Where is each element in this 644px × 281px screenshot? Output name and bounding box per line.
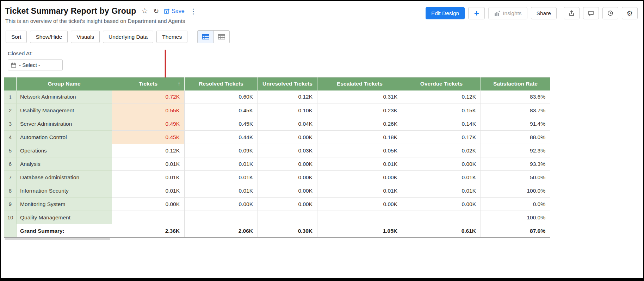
overdue-cell[interactable]: 0.14K bbox=[402, 117, 481, 131]
header-resolved-tickets[interactable]: Resolved Tickets bbox=[185, 77, 258, 90]
export-button[interactable] bbox=[564, 7, 580, 19]
unresolved-cell[interactable]: 0.03K bbox=[258, 144, 317, 157]
overdue-cell[interactable]: 0.12K bbox=[402, 90, 481, 104]
table-row[interactable]: 3Server Administration0.49K0.45K0.04K0.2… bbox=[4, 117, 550, 131]
tickets-cell[interactable]: 0.00K bbox=[112, 198, 185, 211]
overdue-cell[interactable]: 0.15K bbox=[402, 104, 481, 117]
satisfaction-cell[interactable]: 92.3% bbox=[481, 144, 550, 157]
header-unresolved-tickets[interactable]: Unresolved Tickets bbox=[258, 77, 317, 90]
escalated-cell[interactable]: 0.31K bbox=[317, 90, 402, 104]
settings-button[interactable]: ⚙ bbox=[622, 7, 638, 19]
table-row[interactable]: 4Automation Control0.45K0.44K0.00K0.18K0… bbox=[4, 131, 550, 144]
tickets-cell[interactable]: 0.01K bbox=[112, 171, 185, 184]
overdue-cell[interactable]: 0.17K bbox=[402, 131, 481, 144]
visuals-button[interactable]: Visuals bbox=[71, 31, 100, 43]
resolved-cell[interactable]: 0.44K bbox=[185, 131, 258, 144]
group-name-cell[interactable]: Operations bbox=[17, 144, 112, 157]
escalated-cell[interactable]: 0.23K bbox=[317, 104, 402, 117]
plain-table-view-button[interactable] bbox=[213, 31, 229, 43]
comments-button[interactable] bbox=[583, 7, 599, 19]
table-row[interactable]: 8Information Security0.01K0.01K0.00K0.01… bbox=[4, 184, 550, 198]
edit-design-button[interactable]: Edit Design bbox=[426, 7, 465, 19]
table-row[interactable]: 1Network Administration0.72K0.60K0.12K0.… bbox=[4, 90, 550, 104]
group-name-cell[interactable]: Monitoring System bbox=[17, 198, 112, 211]
satisfaction-cell[interactable]: 83.7% bbox=[481, 104, 550, 117]
overdue-cell[interactable]: 0.01K bbox=[402, 171, 481, 184]
group-name-cell[interactable]: Information Security bbox=[17, 184, 112, 198]
satisfaction-cell[interactable]: 91.4% bbox=[481, 117, 550, 131]
show-hide-button[interactable]: Show/Hide bbox=[30, 31, 68, 43]
unresolved-cell[interactable] bbox=[258, 211, 317, 224]
group-name-cell[interactable]: Quality Management bbox=[17, 211, 112, 224]
resolved-cell[interactable]: 0.01K bbox=[185, 171, 258, 184]
freeze-table-view-button[interactable] bbox=[198, 31, 213, 43]
overdue-cell[interactable]: 0.00K bbox=[402, 198, 481, 211]
satisfaction-cell[interactable]: 93.3% bbox=[481, 157, 550, 171]
resolved-cell[interactable]: 0.00K bbox=[185, 198, 258, 211]
satisfaction-cell[interactable]: 88.0% bbox=[481, 131, 550, 144]
header-satisfaction-rate[interactable]: Satisfaction Rate bbox=[481, 77, 550, 90]
satisfaction-cell[interactable]: 100.0% bbox=[481, 184, 550, 198]
frozen-pane-scrollbar[interactable] bbox=[5, 238, 110, 240]
themes-button[interactable]: Themes bbox=[156, 31, 187, 43]
tickets-cell[interactable] bbox=[112, 211, 185, 224]
overdue-cell[interactable]: 0.02K bbox=[402, 144, 481, 157]
table-row[interactable]: 6Analysis0.01K0.01K0.00K0.01K0.00K93.3% bbox=[4, 157, 550, 171]
escalated-cell[interactable]: 0.01K bbox=[317, 184, 402, 198]
group-name-cell[interactable]: Network Administration bbox=[17, 90, 112, 104]
group-name-cell[interactable]: Server Administration bbox=[17, 117, 112, 131]
table-row[interactable]: 9Monitoring System0.00K0.00K0.00K0.00K0.… bbox=[4, 198, 550, 211]
table-row[interactable]: 2Usability Management0.55K0.45K0.10K0.23… bbox=[4, 104, 550, 117]
escalated-cell[interactable]: 0.18K bbox=[317, 131, 402, 144]
sort-ascending-icon[interactable]: ↑ bbox=[178, 81, 180, 87]
tickets-cell[interactable]: 0.01K bbox=[112, 157, 185, 171]
unresolved-cell[interactable]: 0.04K bbox=[258, 117, 317, 131]
more-options-kebab-icon[interactable]: ⋮ bbox=[190, 8, 197, 15]
refresh-icon[interactable]: ↻ bbox=[153, 8, 159, 14]
overdue-cell[interactable]: 0.01K bbox=[402, 184, 481, 198]
tickets-cell[interactable]: 0.01K bbox=[112, 184, 185, 198]
overdue-cell[interactable]: 0.00K bbox=[402, 157, 481, 171]
unresolved-cell[interactable]: 0.00K bbox=[258, 157, 317, 171]
escalated-cell[interactable]: 0.00K bbox=[317, 171, 402, 184]
satisfaction-cell[interactable]: 50.0% bbox=[481, 171, 550, 184]
unresolved-cell[interactable]: 0.00K bbox=[258, 131, 317, 144]
unresolved-cell[interactable]: 0.12K bbox=[258, 90, 317, 104]
escalated-cell[interactable]: 0.00K bbox=[317, 198, 402, 211]
resolved-cell[interactable]: 0.45K bbox=[185, 104, 258, 117]
group-name-cell[interactable]: Usability Management bbox=[17, 104, 112, 117]
resolved-cell[interactable]: 0.45K bbox=[185, 117, 258, 131]
header-group-name[interactable]: Group Name bbox=[17, 77, 112, 90]
resolved-cell[interactable]: 0.09K bbox=[185, 144, 258, 157]
tickets-cell[interactable]: 0.12K bbox=[112, 144, 185, 157]
table-row[interactable]: 5Operations0.12K0.09K0.03K0.05K0.02K92.3… bbox=[4, 144, 550, 157]
unresolved-cell[interactable]: 0.00K bbox=[258, 171, 317, 184]
history-button[interactable] bbox=[602, 7, 618, 19]
escalated-cell[interactable] bbox=[317, 211, 402, 224]
header-tickets[interactable]: Tickets ↑ bbox=[112, 77, 185, 90]
share-button[interactable]: Share bbox=[531, 7, 557, 19]
escalated-cell[interactable]: 0.01K bbox=[317, 157, 402, 171]
table-row[interactable]: 10Quality Management100.0% bbox=[4, 211, 550, 224]
resolved-cell[interactable]: 0.60K bbox=[185, 90, 258, 104]
group-name-cell[interactable]: Analysis bbox=[17, 157, 112, 171]
tickets-cell[interactable]: 0.45K bbox=[112, 131, 185, 144]
tickets-cell[interactable]: 0.72K bbox=[112, 90, 185, 104]
resolved-cell[interactable] bbox=[185, 211, 258, 224]
satisfaction-cell[interactable]: 0.0% bbox=[481, 198, 550, 211]
table-row[interactable]: 7Database Administration0.01K0.01K0.00K0… bbox=[4, 171, 550, 184]
header-overdue-tickets[interactable]: Overdue Tickets bbox=[402, 77, 481, 90]
resolved-cell[interactable]: 0.01K bbox=[185, 184, 258, 198]
resolved-cell[interactable]: 0.01K bbox=[185, 157, 258, 171]
tickets-cell[interactable]: 0.49K bbox=[112, 117, 185, 131]
unresolved-cell[interactable]: 0.00K bbox=[258, 198, 317, 211]
group-name-cell[interactable]: Database Administration bbox=[17, 171, 112, 184]
group-name-cell[interactable]: Automation Control bbox=[17, 131, 112, 144]
satisfaction-cell[interactable]: 83.6% bbox=[481, 90, 550, 104]
header-escalated-tickets[interactable]: Escalated Tickets bbox=[317, 77, 402, 90]
underlying-data-button[interactable]: Underlying Data bbox=[103, 31, 153, 43]
tickets-cell[interactable]: 0.55K bbox=[112, 104, 185, 117]
add-button[interactable]: + bbox=[468, 7, 485, 19]
insights-button[interactable]: Insights bbox=[488, 7, 527, 19]
unresolved-cell[interactable]: 0.10K bbox=[258, 104, 317, 117]
